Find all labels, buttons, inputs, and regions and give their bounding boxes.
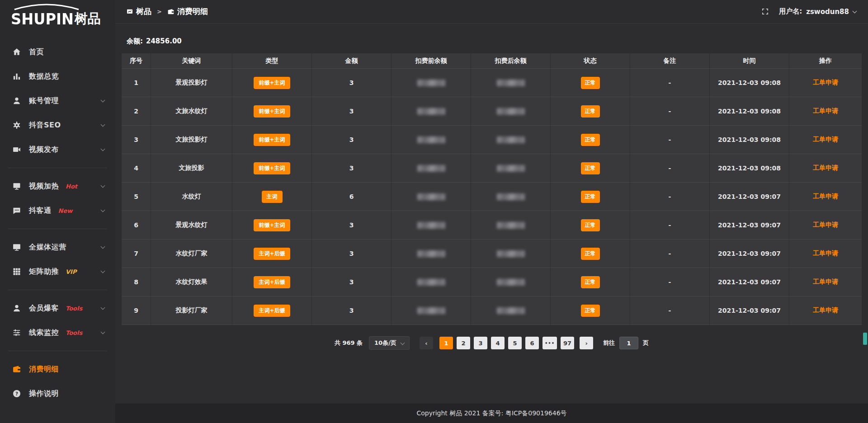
redacted-value xyxy=(417,279,445,286)
cell-action: 工单申请 xyxy=(789,240,862,268)
sidebar-item-wallet[interactable]: 消费明细 xyxy=(0,357,115,381)
chevron-down-icon xyxy=(101,329,105,334)
cell-keyword: 文旅水纹灯 xyxy=(151,97,232,126)
sidebar-item-home[interactable]: 首页 xyxy=(0,40,115,64)
sidebar-item-member[interactable]: 会员爆客Tools xyxy=(0,296,115,320)
column-header-6: 状态 xyxy=(551,53,630,69)
cell-amount: 3 xyxy=(312,240,392,268)
cell-balance-after xyxy=(471,154,551,183)
redacted-value xyxy=(417,165,445,172)
sidebar-divider xyxy=(8,290,107,290)
sidebar-item-grid[interactable]: 矩阵助推VIP xyxy=(0,259,115,284)
redacted-value xyxy=(497,222,525,229)
cell-keyword: 文旅投影 xyxy=(151,154,232,183)
cell-status: 正常 xyxy=(551,211,630,240)
page-size-select[interactable]: 10条/页 xyxy=(369,336,410,350)
sidebar-item-badge: Hot xyxy=(66,183,77,190)
cell-type: 主词+后缀 xyxy=(232,240,312,268)
sidebar: SHUPIN 树品 首页数据总览账号管理抖音SEO视频发布视频加热Hot抖客通N… xyxy=(0,0,115,423)
sidebar-item-label: 消费明细 xyxy=(29,365,59,374)
cell-time: 2021-12-03 09:07 xyxy=(710,240,789,268)
page-button-2[interactable]: 2 xyxy=(457,337,470,349)
breadcrumb-root-label: 树品 xyxy=(136,6,151,17)
logo[interactable]: SHUPIN 树品 xyxy=(0,0,115,33)
breadcrumb-current-label: 消费明细 xyxy=(177,6,208,17)
sidebar-item-question[interactable]: ?操作说明 xyxy=(0,381,115,406)
cell-type: 前缀+主词 xyxy=(232,97,312,126)
logo-text-en: SHUPIN xyxy=(11,10,74,28)
breadcrumb-current[interactable]: 消费明细 xyxy=(167,6,208,17)
column-header-9: 操作 xyxy=(789,53,862,69)
sidebar-item-user[interactable]: 账号管理 xyxy=(0,89,115,113)
work-order-link[interactable]: 工单申请 xyxy=(813,164,838,172)
logo-arc xyxy=(13,3,80,10)
cell-time: 2021-12-03 09:07 xyxy=(710,211,789,240)
sidebar-item-label: 首页 xyxy=(29,47,44,57)
cell-balance-before xyxy=(392,154,471,183)
cell-balance-before xyxy=(392,97,471,126)
sidebar-item-label: 视频加热 xyxy=(29,182,59,191)
cell-time: 2021-12-03 09:07 xyxy=(710,268,789,296)
work-order-link[interactable]: 工单申请 xyxy=(813,221,838,229)
sidebar-item-video[interactable]: 视频发布 xyxy=(0,137,115,162)
goto-page-input[interactable] xyxy=(619,337,638,349)
cell-amount: 6 xyxy=(312,183,392,211)
page-button-97[interactable]: 97 xyxy=(561,337,574,349)
fullscreen-icon[interactable] xyxy=(761,8,769,15)
work-order-link[interactable]: 工单申请 xyxy=(813,79,838,87)
work-order-link[interactable]: 工单申请 xyxy=(813,136,838,144)
type-badge: 前缀+主词 xyxy=(254,105,290,118)
page-button-6[interactable]: 6 xyxy=(525,337,539,349)
work-order-link[interactable]: 工单申请 xyxy=(813,107,838,115)
sidebar-item-label: 抖音SEO xyxy=(29,121,61,130)
sidebar-item-sliders[interactable]: 线索监控Tools xyxy=(0,320,115,345)
page-button-4[interactable]: 4 xyxy=(491,337,505,349)
column-header-2: 类型 xyxy=(232,53,312,69)
prev-page-button[interactable]: ‹ xyxy=(420,337,433,349)
username-value: zswodun88 xyxy=(806,8,849,16)
logo-text-cn: 树品 xyxy=(75,10,101,28)
sidebar-divider xyxy=(8,168,107,168)
cell-note: - xyxy=(630,240,710,268)
page-button-3[interactable]: 3 xyxy=(474,337,487,349)
breadcrumb-root[interactable]: 树品 xyxy=(126,6,151,17)
sidebar-item-label: 视频发布 xyxy=(29,145,59,155)
table-row: 2文旅水纹灯前缀+主词3正常-2021-12-03 09:08工单申请 xyxy=(122,97,862,126)
cell-amount: 3 xyxy=(312,296,392,325)
floating-widget[interactable] xyxy=(863,333,867,345)
work-order-link[interactable]: 工单申请 xyxy=(813,278,838,286)
cell-time: 2021-12-03 09:08 xyxy=(710,154,789,183)
column-header-1: 关键词 xyxy=(151,53,232,69)
sidebar-item-tv[interactable]: 视频加热Hot xyxy=(0,174,115,198)
cell-note: - xyxy=(630,97,710,126)
page-button-1[interactable]: 1 xyxy=(439,337,453,349)
sidebar-item-bar-chart[interactable]: 数据总览 xyxy=(0,64,115,89)
page-button-5[interactable]: 5 xyxy=(508,337,522,349)
cell-balance-before xyxy=(392,69,471,97)
work-order-link[interactable]: 工单申请 xyxy=(813,306,838,315)
user-icon xyxy=(12,96,21,105)
redacted-value xyxy=(417,136,445,143)
user-menu[interactable]: 用户名: zswodun88 xyxy=(779,7,856,16)
page-ellipsis-button[interactable]: ••• xyxy=(542,337,557,349)
work-order-link[interactable]: 工单申请 xyxy=(813,193,838,201)
status-badge: 正常 xyxy=(581,191,600,203)
work-order-link[interactable]: 工单申请 xyxy=(813,249,838,258)
sidebar-item-chat[interactable]: 抖客通New xyxy=(0,198,115,223)
next-page-button[interactable]: › xyxy=(580,337,593,349)
monitor-icon xyxy=(12,243,21,252)
redacted-value xyxy=(497,80,525,86)
balance-value: 24856.00 xyxy=(146,37,182,45)
cell-action: 工单申请 xyxy=(789,69,862,97)
sidebar-item-label: 矩阵助推 xyxy=(29,267,59,277)
cell-index: 3 xyxy=(122,126,151,154)
chevron-down-icon xyxy=(400,340,405,345)
cell-index: 1 xyxy=(122,69,151,97)
sidebar-item-monitor[interactable]: 全媒体运营 xyxy=(0,235,115,259)
cell-amount: 3 xyxy=(312,69,392,97)
sidebar-item-gear[interactable]: 抖音SEO xyxy=(0,113,115,137)
chevron-down-icon xyxy=(101,207,105,212)
cell-note: - xyxy=(630,296,710,325)
cell-index: 5 xyxy=(122,183,151,211)
redacted-value xyxy=(497,108,525,115)
